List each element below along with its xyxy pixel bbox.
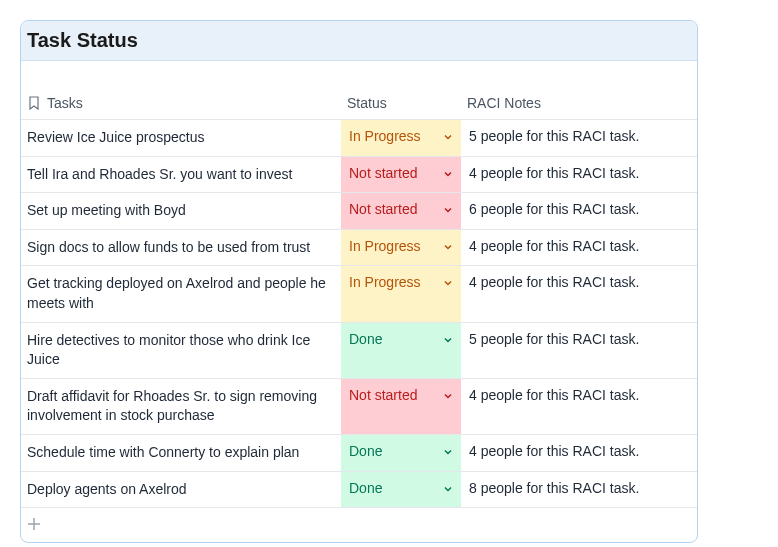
chevron-down-icon [443, 132, 453, 142]
table-row: Review Ice Juice prospectusIn Progress5 … [21, 120, 697, 157]
chevron-down-icon [443, 391, 453, 401]
raci-notes-cell[interactable]: 5 people for this RACI task. [461, 323, 697, 378]
status-label: Not started [349, 387, 417, 403]
bookmark-icon [27, 95, 41, 111]
task-name-cell[interactable]: Schedule time with Connerty to explain p… [21, 435, 341, 471]
raci-notes-cell[interactable]: 8 people for this RACI task. [461, 472, 697, 508]
column-header-raci: RACI Notes [467, 95, 691, 111]
column-header-tasks-label: Tasks [47, 95, 83, 111]
table-row: Deploy agents on AxelrodDone8 people for… [21, 472, 697, 509]
plus-icon [27, 516, 41, 530]
status-cell[interactable]: Done [341, 472, 461, 508]
chevron-down-icon [443, 484, 453, 494]
raci-notes-cell[interactable]: 6 people for this RACI task. [461, 193, 697, 229]
status-label: Done [349, 331, 382, 347]
chevron-down-icon [443, 242, 453, 252]
widget-header: Task Status [21, 21, 697, 61]
status-label: Done [349, 443, 382, 459]
table-row: Sign docs to allow funds to be used from… [21, 230, 697, 267]
status-cell[interactable]: Not started [341, 193, 461, 229]
table-header-row: Tasks Status RACI Notes [21, 85, 697, 120]
table-row: Set up meeting with BoydNot started6 peo… [21, 193, 697, 230]
chevron-down-icon [443, 278, 453, 288]
status-label: In Progress [349, 274, 421, 290]
status-label: Not started [349, 201, 417, 217]
raci-notes-cell[interactable]: 4 people for this RACI task. [461, 379, 697, 434]
raci-notes-cell[interactable]: 4 people for this RACI task. [461, 157, 697, 193]
status-cell[interactable]: Done [341, 435, 461, 471]
column-header-tasks: Tasks [27, 95, 347, 111]
widget-title: Task Status [27, 29, 691, 52]
chevron-down-icon [443, 205, 453, 215]
task-name-cell[interactable]: Hire detectives to monitor those who dri… [21, 323, 341, 378]
table-row: Hire detectives to monitor those who dri… [21, 323, 697, 379]
status-cell[interactable]: Not started [341, 157, 461, 193]
status-label: Not started [349, 165, 417, 181]
task-name-cell[interactable]: Tell Ira and Rhoades Sr. you want to inv… [21, 157, 341, 193]
status-cell[interactable]: In Progress [341, 120, 461, 156]
chevron-down-icon [443, 169, 453, 179]
status-cell[interactable]: Done [341, 323, 461, 378]
task-name-cell[interactable]: Draft affidavit for Rhoades Sr. to sign … [21, 379, 341, 434]
add-row-button[interactable] [21, 508, 697, 542]
chevron-down-icon [443, 335, 453, 345]
raci-notes-cell[interactable]: 5 people for this RACI task. [461, 120, 697, 156]
status-cell[interactable]: In Progress [341, 266, 461, 321]
table-row: Get tracking deployed on Axelrod and peo… [21, 266, 697, 322]
task-name-cell[interactable]: Review Ice Juice prospectus [21, 120, 341, 156]
status-cell[interactable]: Not started [341, 379, 461, 434]
status-cell[interactable]: In Progress [341, 230, 461, 266]
raci-notes-cell[interactable]: 4 people for this RACI task. [461, 435, 697, 471]
task-name-cell[interactable]: Get tracking deployed on Axelrod and peo… [21, 266, 341, 321]
table-row: Draft affidavit for Rhoades Sr. to sign … [21, 379, 697, 435]
chevron-down-icon [443, 447, 453, 457]
status-label: In Progress [349, 128, 421, 144]
task-status-widget: Task Status Tasks Status RACI Notes Revi… [20, 20, 698, 543]
rows-container: Review Ice Juice prospectusIn Progress5 … [21, 120, 697, 508]
task-name-cell[interactable]: Sign docs to allow funds to be used from… [21, 230, 341, 266]
status-label: Done [349, 480, 382, 496]
task-name-cell[interactable]: Set up meeting with Boyd [21, 193, 341, 229]
column-header-status: Status [347, 95, 467, 111]
raci-notes-cell[interactable]: 4 people for this RACI task. [461, 266, 697, 321]
task-name-cell[interactable]: Deploy agents on Axelrod [21, 472, 341, 508]
table-row: Tell Ira and Rhoades Sr. you want to inv… [21, 157, 697, 194]
status-label: In Progress [349, 238, 421, 254]
raci-notes-cell[interactable]: 4 people for this RACI task. [461, 230, 697, 266]
table-row: Schedule time with Connerty to explain p… [21, 435, 697, 472]
